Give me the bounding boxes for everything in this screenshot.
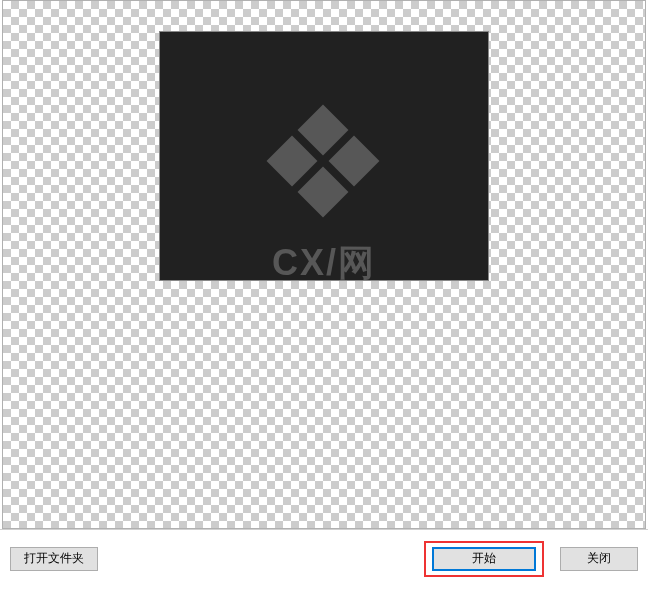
button-bar: 打开文件夹 开始 关闭	[0, 529, 648, 587]
start-button[interactable]: 开始	[432, 547, 536, 571]
close-button[interactable]: 关闭	[560, 547, 638, 571]
watermark-text: CX/网	[272, 239, 376, 281]
highlight-annotation: 开始	[424, 541, 544, 577]
image-preview: CX/网	[159, 31, 489, 281]
open-folder-button[interactable]: 打开文件夹	[10, 547, 98, 571]
canvas-area: CX/网	[2, 0, 646, 529]
